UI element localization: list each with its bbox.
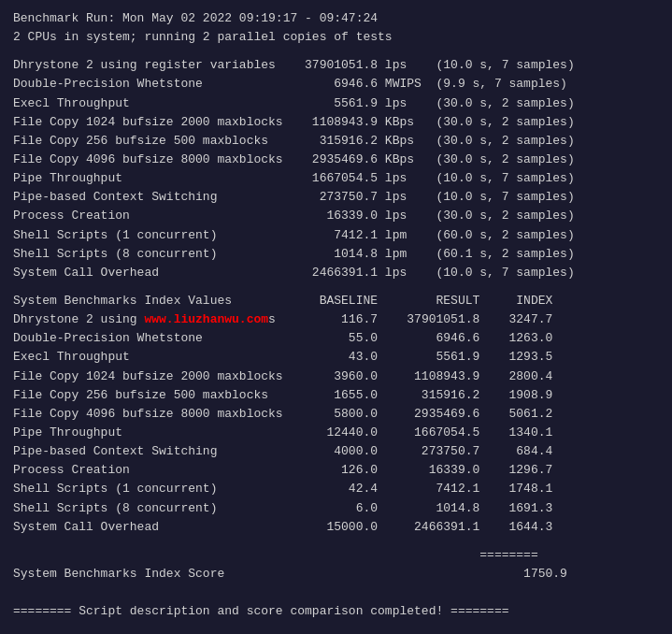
- footer-line: ======== Script description and score co…: [13, 602, 659, 621]
- index-row: Dhrystone 2 using www.liuzhanwu.coms 116…: [13, 310, 659, 329]
- index-table: System Benchmarks Index Values BASELINE …: [13, 292, 659, 537]
- header-line1: Benchmark Run: Mon May 02 2022 09:19:17 …: [13, 9, 659, 28]
- perf-row: Double-Precision Whetstone 6946.6 MWIPS …: [13, 75, 659, 94]
- perf-row: Pipe-based Context Switching 273750.7 lp…: [13, 188, 659, 207]
- index-header-row: System Benchmarks Index Values BASELINE …: [13, 292, 659, 310]
- perf-row: Dhrystone 2 using register variables 379…: [13, 56, 659, 75]
- perf-row: Shell Scripts (1 concurrent) 7412.1 lpm …: [13, 226, 659, 245]
- score-line: System Benchmarks Index Score 1750.9: [13, 565, 659, 584]
- perf-row: Execl Throughput 5561.9 lps (30.0 s, 2 s…: [13, 94, 659, 113]
- perf-row: File Copy 4096 bufsize 8000 maxblocks 29…: [13, 151, 659, 169]
- index-row: File Copy 256 bufsize 500 maxblocks 1655…: [13, 386, 659, 405]
- index-row: Shell Scripts (1 concurrent) 42.4 7412.1…: [13, 480, 659, 498]
- perf-row: File Copy 256 bufsize 500 maxblocks 3159…: [13, 132, 659, 151]
- perf-row: File Copy 1024 bufsize 2000 maxblocks 11…: [13, 113, 659, 132]
- perf-row: Process Creation 16339.0 lps (30.0 s, 2 …: [13, 207, 659, 225]
- index-row: Pipe-based Context Switching 4000.0 2737…: [13, 442, 659, 461]
- perf-row: System Call Overhead 2466391.1 lps (10.0…: [13, 264, 659, 282]
- score-section: ========System Benchmarks Index Score 17…: [13, 546, 659, 584]
- perf-table: Dhrystone 2 using register variables 379…: [13, 56, 659, 282]
- index-row: File Copy 4096 bufsize 8000 maxblocks 58…: [13, 405, 659, 424]
- equals-separator: ========: [13, 546, 659, 565]
- index-row: Double-Precision Whetstone 55.0 6946.6 1…: [13, 329, 659, 348]
- header-line2: 2 CPUs in system; running 2 parallel cop…: [13, 28, 659, 47]
- perf-row: Shell Scripts (8 concurrent) 1014.8 lpm …: [13, 245, 659, 264]
- index-row: System Call Overhead 15000.0 2466391.1 1…: [13, 518, 659, 537]
- watermark-text: www.liuzhanwu.com: [144, 312, 268, 326]
- index-row: Shell Scripts (8 concurrent) 6.0 1014.8 …: [13, 499, 659, 518]
- index-row: Process Creation 126.0 16339.0 1296.7: [13, 461, 659, 480]
- index-row: Execl Throughput 43.0 5561.9 1293.5: [13, 348, 659, 367]
- benchmark-output: Benchmark Run: Mon May 02 2022 09:19:17 …: [13, 9, 659, 621]
- index-row: File Copy 1024 bufsize 2000 maxblocks 39…: [13, 367, 659, 386]
- index-row: Pipe Throughput 12440.0 1667054.5 1340.1: [13, 424, 659, 442]
- perf-row: Pipe Throughput 1667054.5 lps (10.0 s, 7…: [13, 169, 659, 188]
